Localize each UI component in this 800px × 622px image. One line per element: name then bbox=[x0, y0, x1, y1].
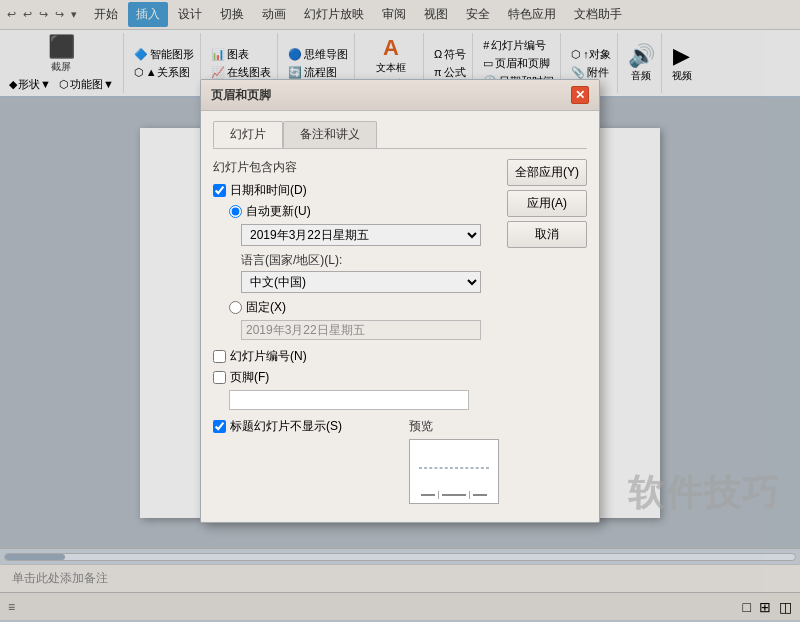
preview-dash3 bbox=[473, 494, 487, 496]
apply-all-button[interactable]: 全部应用(Y) bbox=[507, 159, 587, 186]
fixed-input-row bbox=[241, 320, 499, 340]
apply-button[interactable]: 应用(A) bbox=[507, 190, 587, 217]
dialog-title: 页眉和页脚 bbox=[211, 87, 271, 104]
footer-checkbox[interactable] bbox=[213, 371, 226, 384]
slide-number-checkbox[interactable] bbox=[213, 350, 226, 363]
footer-input-row bbox=[229, 390, 499, 410]
dialog-header-footer: 页眉和页脚 ✕ 幻灯片 备注和讲义 幻灯片包含内容 日期和时间( bbox=[200, 79, 600, 523]
auto-update-label: 自动更新(U) bbox=[246, 203, 311, 220]
dialog-left: 幻灯片包含内容 日期和时间(D) 自动更新(U) 2019年3月 bbox=[213, 159, 499, 512]
preview-sep2 bbox=[469, 491, 470, 499]
tab-slides[interactable]: 幻灯片 bbox=[213, 121, 283, 148]
dialog-content-area: 幻灯片包含内容 日期和时间(D) 自动更新(U) 2019年3月 bbox=[213, 159, 587, 512]
apply-section: 标题幻灯片不显示(S) bbox=[213, 418, 397, 435]
cancel-button[interactable]: 取消 bbox=[507, 221, 587, 248]
language-dropdown[interactable]: 中文(中国) bbox=[241, 271, 481, 293]
preview-label: 预览 bbox=[409, 418, 499, 435]
footer-input[interactable] bbox=[229, 390, 469, 410]
dialog-buttons: 全部应用(Y) 应用(A) 取消 bbox=[507, 159, 587, 512]
modal-overlay: 页眉和页脚 ✕ 幻灯片 备注和讲义 幻灯片包含内容 日期和时间( bbox=[0, 0, 800, 622]
tab-underline bbox=[213, 148, 587, 149]
fixed-radio[interactable] bbox=[229, 301, 242, 314]
date-label: 日期和时间(D) bbox=[230, 182, 307, 199]
fixed-label: 固定(X) bbox=[246, 299, 286, 316]
preview-dash1 bbox=[421, 494, 435, 496]
dialog-tabs: 幻灯片 备注和讲义 bbox=[213, 121, 587, 148]
preview-middle bbox=[419, 472, 489, 488]
language-dropdown-row: 中文(中国) bbox=[241, 271, 499, 293]
preview-section: 预览 bbox=[409, 418, 499, 504]
fixed-input[interactable] bbox=[241, 320, 481, 340]
auto-update-row: 自动更新(U) bbox=[229, 203, 499, 220]
footer-label: 页脚(F) bbox=[230, 369, 269, 386]
preview-sep1 bbox=[438, 491, 439, 499]
dialog-close-button[interactable]: ✕ bbox=[571, 86, 589, 104]
fixed-row: 固定(X) bbox=[229, 299, 499, 316]
preview-and-apply-row: 标题幻灯片不显示(S) 预览 bbox=[213, 418, 499, 504]
title-slide-label: 标题幻灯片不显示(S) bbox=[230, 418, 342, 435]
title-slide-row: 标题幻灯片不显示(S) bbox=[213, 418, 397, 435]
date-dropdown-row: 2019年3月22日星期五 bbox=[241, 224, 499, 246]
tab-notes[interactable]: 备注和讲义 bbox=[283, 121, 377, 148]
auto-update-radio[interactable] bbox=[229, 205, 242, 218]
preview-dash2 bbox=[442, 494, 466, 496]
preview-box bbox=[409, 439, 499, 504]
title-slide-checkbox[interactable] bbox=[213, 420, 226, 433]
date-checkbox-row: 日期和时间(D) bbox=[213, 182, 499, 199]
dialog-body: 幻灯片 备注和讲义 幻灯片包含内容 日期和时间(D) bbox=[201, 111, 599, 522]
date-dropdown[interactable]: 2019年3月22日星期五 bbox=[241, 224, 481, 246]
date-checkbox[interactable] bbox=[213, 184, 226, 197]
preview-bottom bbox=[421, 491, 487, 499]
dialog-titlebar: 页眉和页脚 ✕ bbox=[201, 80, 599, 111]
footer-checkbox-row: 页脚(F) bbox=[213, 369, 499, 386]
slide-number-label: 幻灯片编号(N) bbox=[230, 348, 307, 365]
slide-number-row: 幻灯片编号(N) bbox=[213, 348, 499, 365]
language-label: 语言(国家/地区)(L): bbox=[241, 252, 499, 269]
section-label: 幻灯片包含内容 bbox=[213, 159, 499, 176]
preview-top-line bbox=[419, 467, 489, 469]
